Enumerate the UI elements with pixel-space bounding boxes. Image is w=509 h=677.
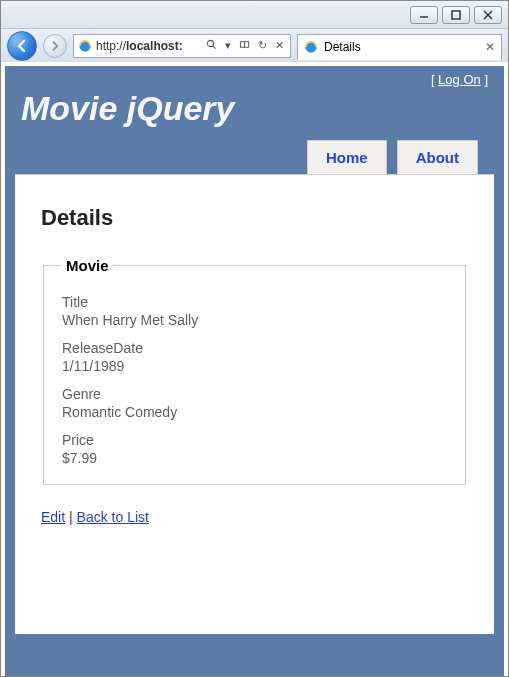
logon-link[interactable]: Log On bbox=[438, 72, 481, 87]
action-sep: | bbox=[65, 509, 76, 525]
edit-link[interactable]: Edit bbox=[41, 509, 65, 525]
label-release: ReleaseDate bbox=[62, 340, 447, 356]
tab-title: Details bbox=[324, 40, 361, 54]
search-icon[interactable] bbox=[204, 39, 219, 52]
logon-area: [ Log On ] bbox=[21, 72, 488, 87]
nav-home[interactable]: Home bbox=[307, 140, 387, 174]
nav-forward-button[interactable] bbox=[43, 34, 67, 58]
nav-tabs: Home About bbox=[21, 140, 488, 174]
page-title: Details bbox=[41, 205, 468, 231]
value-price: $7.99 bbox=[62, 450, 447, 466]
stop-icon[interactable]: ✕ bbox=[273, 39, 286, 52]
svg-rect-7 bbox=[240, 42, 244, 48]
page: [ Log On ] Movie jQuery Home About Detai… bbox=[5, 66, 504, 676]
main-panel: Details Movie Title When Harry Met Sally… bbox=[15, 174, 494, 634]
value-release: 1/11/1989 bbox=[62, 358, 447, 374]
svg-point-5 bbox=[207, 40, 213, 46]
svg-rect-8 bbox=[245, 42, 249, 48]
value-genre: Romantic Comedy bbox=[62, 404, 447, 420]
value-title: When Harry Met Sally bbox=[62, 312, 447, 328]
tab-close-icon[interactable]: ✕ bbox=[485, 40, 495, 54]
movie-fieldset: Movie Title When Harry Met Sally Release… bbox=[43, 257, 466, 485]
svg-line-2 bbox=[484, 11, 492, 19]
browser-toolbar: http://localhost: ▾ ↻ ✕ Details ✕ bbox=[1, 29, 508, 63]
compat-icon[interactable] bbox=[237, 39, 252, 52]
nav-about[interactable]: About bbox=[397, 140, 478, 174]
svg-line-6 bbox=[213, 46, 216, 49]
url-text: http://localhost: bbox=[96, 39, 200, 53]
window-titlebar bbox=[1, 1, 508, 29]
maximize-button[interactable] bbox=[442, 6, 470, 24]
svg-rect-1 bbox=[452, 11, 460, 19]
refresh-icon[interactable]: ↻ bbox=[256, 39, 269, 52]
label-genre: Genre bbox=[62, 386, 447, 402]
dropdown-icon[interactable]: ▾ bbox=[223, 39, 233, 52]
ie-icon bbox=[78, 39, 92, 53]
nav-back-button[interactable] bbox=[7, 31, 37, 61]
ie-icon bbox=[304, 40, 318, 54]
site-title: Movie jQuery bbox=[21, 89, 488, 128]
svg-line-3 bbox=[484, 11, 492, 19]
label-title: Title bbox=[62, 294, 447, 310]
window-close-button[interactable] bbox=[474, 6, 502, 24]
label-price: Price bbox=[62, 432, 447, 448]
minimize-button[interactable] bbox=[410, 6, 438, 24]
site-header: [ Log On ] Movie jQuery Home About bbox=[5, 66, 504, 174]
actions-row: Edit | Back to List bbox=[41, 509, 468, 525]
address-bar[interactable]: http://localhost: ▾ ↻ ✕ bbox=[73, 34, 291, 58]
fieldset-legend: Movie bbox=[62, 257, 113, 274]
viewport: [ Log On ] Movie jQuery Home About Detai… bbox=[1, 62, 508, 676]
back-link[interactable]: Back to List bbox=[77, 509, 149, 525]
browser-tab[interactable]: Details ✕ bbox=[297, 34, 502, 60]
